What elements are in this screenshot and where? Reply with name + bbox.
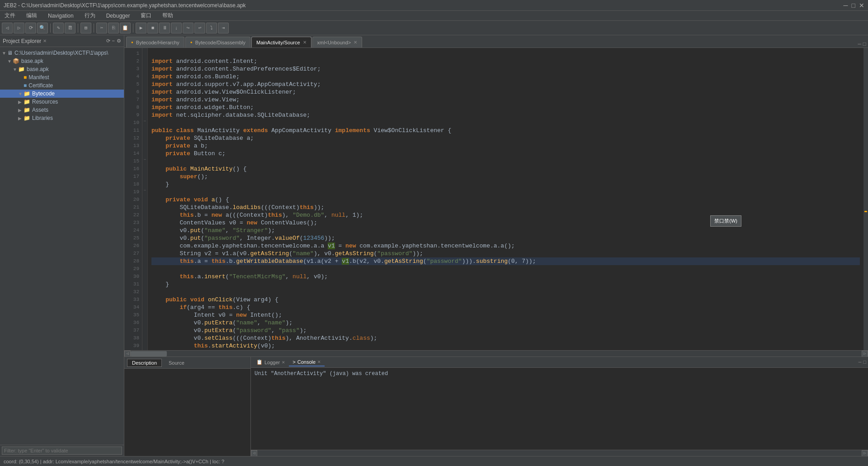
- tree-item-libraries[interactable]: ▶ 📁 Libraries: [0, 114, 124, 122]
- apk-icon: 📦: [13, 58, 19, 64]
- title-bar-controls: ─ □ ✕: [844, 2, 864, 9]
- close-button[interactable]: ✕: [859, 2, 864, 9]
- tab-mainactivity-source[interactable]: MainActivity/Source ✕: [251, 37, 311, 48]
- console-close-btn[interactable]: ✕: [317, 360, 321, 364]
- fold-19: −: [142, 186, 147, 194]
- tree-label-base: base.apk: [27, 66, 49, 72]
- console-scroll-track[interactable]: [257, 451, 862, 456]
- menu-behavior[interactable]: 行为: [82, 11, 98, 20]
- scroll-track[interactable]: [131, 351, 862, 357]
- menu-file[interactable]: 文件: [2, 11, 18, 20]
- restore-button[interactable]: □: [852, 2, 855, 9]
- fold-4: [142, 71, 147, 79]
- code-line-7: import android.widget.Button;: [151, 104, 254, 111]
- scroll-left-btn[interactable]: ◁: [124, 351, 131, 357]
- menu-window[interactable]: 窗口: [138, 11, 154, 20]
- tree-item-assets[interactable]: ▶ 📁 Assets: [0, 106, 124, 114]
- toolbar-btn-step[interactable]: ↓: [171, 23, 182, 33]
- fold-2: [142, 56, 147, 63]
- tab-bytecode-hierarchy[interactable]: ● Bytecode/Hierarchy: [126, 37, 184, 48]
- toolbar-btn-pause[interactable]: ⏸: [159, 23, 170, 33]
- console-h-scroll: ◁ ▷: [251, 450, 868, 456]
- fold-gutter: − − −: [142, 48, 148, 350]
- tree-label-apk: base.apk: [21, 58, 43, 64]
- toolbar-btn-stop[interactable]: ■: [147, 23, 158, 33]
- tab-console[interactable]: > Console ✕: [289, 358, 325, 366]
- tab-xml-unbound[interactable]: xml<Unbound> ✕: [312, 37, 363, 48]
- tree-item-root[interactable]: ▼ 🖥 C:\Users\admin\Desktop\XCTF\1\apps\: [0, 49, 124, 57]
- fold-8: [142, 102, 147, 109]
- lc-maximize-btn[interactable]: □: [863, 360, 866, 365]
- toolbar-btn-step3[interactable]: ↩: [194, 23, 205, 33]
- tab-source-label: Source: [169, 360, 184, 366]
- toolbar-btn-paste[interactable]: 📋: [120, 23, 131, 33]
- code-line-25: com.example.yaphetshan.tencentwelcome.a.…: [151, 243, 515, 249]
- editor-area: ● Bytecode/Hierarchy ● Bytecode/Disassem…: [124, 35, 868, 456]
- tabs-maximize-btn[interactable]: □: [863, 41, 866, 48]
- tree-item-certificate[interactable]: ■ Certificate: [0, 81, 124, 90]
- console-scroll-right[interactable]: ▷: [862, 450, 868, 456]
- fold-9: [142, 109, 147, 117]
- filter-input[interactable]: [2, 447, 122, 455]
- toolbar: ◁ ▷ ⟳ 🔍 ✎ 🖹 ⊞ ✂ ⎘ 📋 ▶ ■ ⏸ ↓ ↪ ↩ ⤵ ⇥: [0, 21, 868, 35]
- toolbar-btn-step5[interactable]: ⇥: [218, 23, 229, 33]
- tab-label-xml-unbound: xml<Unbound>: [317, 40, 351, 45]
- menu-debugger[interactable]: Debugger: [104, 12, 133, 20]
- tree-label: C:\Users\admin\Desktop\XCTF\1\apps\: [14, 50, 108, 56]
- tree-item-apk[interactable]: ▼ 📦 base.apk: [0, 57, 124, 65]
- toolbar-btn-4[interactable]: 🔍: [37, 23, 48, 33]
- explorer-gear-btn[interactable]: ⚙: [117, 38, 121, 44]
- tree-item-manifest[interactable]: ■ Manifest: [0, 73, 124, 81]
- tree-item-base[interactable]: ▼ 📁 base.apk: [0, 65, 124, 73]
- code-line-16: super();: [151, 173, 208, 180]
- toolbar-btn-cut[interactable]: ✂: [96, 23, 107, 33]
- toolbar-btn-2[interactable]: ▷: [14, 23, 24, 33]
- menu-help[interactable]: 帮助: [160, 11, 176, 20]
- logger-close-btn[interactable]: ✕: [282, 360, 285, 365]
- toolbar-btn-copy[interactable]: ⎘: [108, 23, 119, 33]
- code-line-37: this.startActivity(v0);: [151, 342, 275, 349]
- code-line-20: SQLiteDatabase.loadLibs(((Context)this))…: [151, 204, 324, 211]
- fold-18: [142, 179, 147, 186]
- toolbar-btn-5[interactable]: ✎: [53, 23, 64, 33]
- toolbar-btn-1[interactable]: ◁: [2, 23, 13, 33]
- menu-edit[interactable]: 编辑: [24, 11, 40, 20]
- tab-close-xml[interactable]: ✕: [354, 40, 357, 45]
- fold-13: [142, 140, 147, 148]
- tree-item-resources[interactable]: ▶ 📁 Resources: [0, 98, 124, 106]
- code-line-36: v0.setClass(((Context)this), AnotherActi…: [151, 335, 377, 342]
- tab-bytecode-disassembly[interactable]: ● Bytecode/Disassembly: [185, 37, 250, 48]
- code-line-33: Intent v0 = new Intent();: [151, 312, 282, 319]
- menu-navigation[interactable]: Navigation: [45, 12, 76, 20]
- tab-source[interactable]: Source: [164, 359, 189, 367]
- code-content[interactable]: import android.content.Intent; import an…: [148, 48, 863, 350]
- explorer-collapse-btn[interactable]: −: [112, 38, 115, 44]
- tab-close-mainactivity[interactable]: ✕: [303, 40, 307, 45]
- explorer-sync-btn[interactable]: ⟳: [106, 38, 110, 44]
- lc-minimize-btn[interactable]: ─: [859, 360, 862, 365]
- assets-icon: 📁: [24, 107, 30, 113]
- code-editor: 1234567891011121314151617181920212223242…: [124, 48, 868, 350]
- tree-label-cert: Certificate: [28, 82, 53, 89]
- code-line-23: v0.put("name", "Stranger");: [151, 227, 275, 234]
- tabs-minimize-btn[interactable]: ─: [858, 41, 861, 48]
- toolbar-btn-grid[interactable]: ⊞: [80, 23, 91, 33]
- explorer-close-icon[interactable]: ✕: [43, 38, 47, 43]
- minimize-button[interactable]: ─: [844, 2, 848, 9]
- logger-icon: 📋: [256, 359, 263, 365]
- code-line-32: if(arg4 == this.c) {: [151, 304, 250, 311]
- toolbar-btn-3[interactable]: ⟳: [25, 23, 36, 33]
- scroll-right-btn[interactable]: ▷: [862, 351, 868, 357]
- console-output: Unit "AnotherActivity" (java) was create…: [251, 368, 868, 450]
- explorer-header-right: ⟳ − ⚙: [106, 38, 121, 44]
- toolbar-btn-step4[interactable]: ⤵: [206, 23, 217, 33]
- toolbar-btn-run[interactable]: ▶: [136, 23, 146, 33]
- tab-logger[interactable]: 📋 Logger ✕: [253, 358, 289, 366]
- console-scroll-left[interactable]: ◁: [251, 450, 257, 456]
- tab-description[interactable]: Description: [127, 359, 162, 367]
- scroll-thumb[interactable]: [131, 351, 167, 357]
- tree-item-bytecode[interactable]: ▼ 📁 Bytecode: [0, 90, 124, 98]
- toolbar-btn-6[interactable]: 🖹: [65, 23, 75, 33]
- toolbar-btn-step2[interactable]: ↪: [183, 23, 193, 33]
- toolbar-sep-1: [50, 24, 51, 33]
